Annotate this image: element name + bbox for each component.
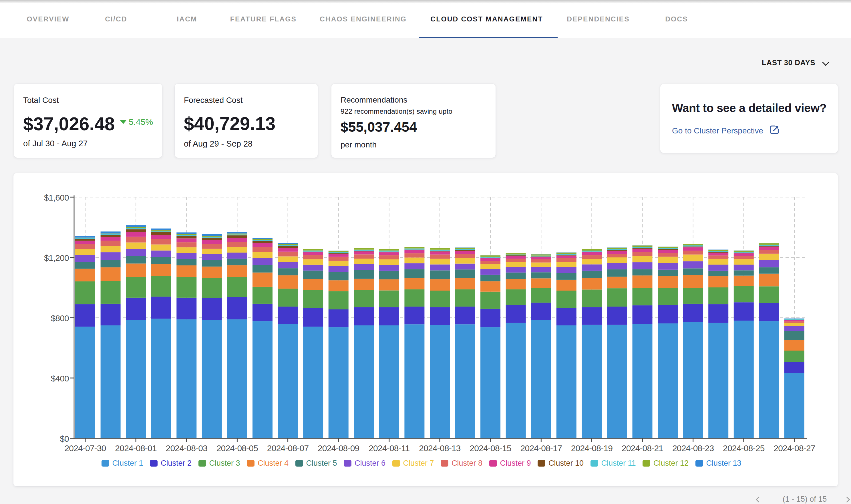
svg-text:2024-08-27: 2024-08-27 [774,444,815,453]
svg-text:2024-08-09: 2024-08-09 [318,444,360,453]
svg-text:2024-08-17: 2024-08-17 [520,444,562,453]
svg-text:2024-08-25: 2024-08-25 [723,444,765,453]
svg-text:$1,200: $1,200 [44,253,69,263]
svg-text:$0: $0 [60,434,69,444]
svg-text:$800: $800 [51,313,69,323]
svg-text:2024-08-11: 2024-08-11 [369,444,410,453]
svg-text:2024-08-15: 2024-08-15 [470,444,511,453]
svg-text:2024-08-23: 2024-08-23 [672,444,714,453]
svg-text:2024-08-05: 2024-08-05 [216,444,258,453]
svg-text:2024-07-30: 2024-07-30 [64,444,106,453]
svg-text:2024-08-19: 2024-08-19 [571,444,613,453]
svg-text:2024-08-01: 2024-08-01 [115,444,157,453]
svg-text:$400: $400 [51,374,69,383]
svg-text:2024-08-21: 2024-08-21 [622,444,663,453]
svg-text:2024-08-03: 2024-08-03 [166,444,208,453]
svg-text:2024-08-07: 2024-08-07 [267,444,309,453]
svg-text:2024-08-13: 2024-08-13 [419,444,461,453]
svg-text:$1,600: $1,600 [44,193,69,202]
